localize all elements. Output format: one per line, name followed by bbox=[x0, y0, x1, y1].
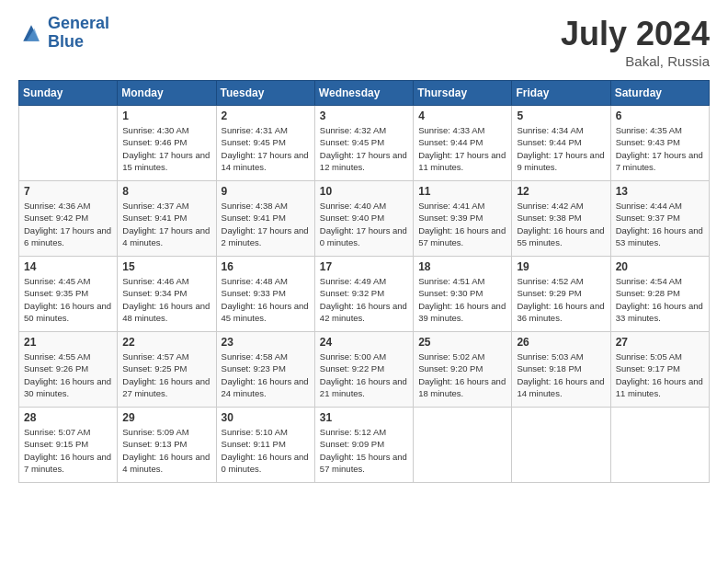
header: General Blue July 2024 Bakal, Russia bbox=[18, 15, 710, 69]
cell-sun-info: Sunrise: 4:37 AM Sunset: 9:41 PM Dayligh… bbox=[122, 200, 210, 248]
calendar-cell: 15Sunrise: 4:46 AM Sunset: 9:34 PM Dayli… bbox=[118, 257, 216, 332]
day-number: 5 bbox=[517, 109, 605, 122]
day-number: 7 bbox=[24, 185, 112, 198]
day-number: 22 bbox=[122, 336, 210, 349]
calendar-cell bbox=[610, 408, 709, 483]
cell-sun-info: Sunrise: 5:00 AM Sunset: 9:22 PM Dayligh… bbox=[320, 350, 408, 399]
calendar-cell: 28Sunrise: 5:07 AM Sunset: 9:15 PM Dayli… bbox=[19, 408, 118, 483]
calendar-cell: 27Sunrise: 5:05 AM Sunset: 9:17 PM Dayli… bbox=[610, 332, 709, 408]
day-number: 4 bbox=[418, 109, 506, 122]
calendar-cell: 20Sunrise: 4:54 AM Sunset: 9:28 PM Dayli… bbox=[610, 257, 709, 332]
calendar-cell: 29Sunrise: 5:09 AM Sunset: 9:13 PM Dayli… bbox=[118, 408, 216, 483]
calendar-cell: 30Sunrise: 5:10 AM Sunset: 9:11 PM Dayli… bbox=[216, 408, 314, 483]
week-row-0: 1Sunrise: 4:30 AM Sunset: 9:46 PM Daylig… bbox=[19, 106, 710, 181]
day-number: 2 bbox=[222, 109, 310, 122]
week-row-3: 21Sunrise: 4:55 AM Sunset: 9:26 PM Dayli… bbox=[19, 332, 710, 408]
logo-blue: Blue bbox=[48, 32, 84, 51]
day-header-tuesday: Tuesday bbox=[216, 81, 314, 106]
title-block: July 2024 Bakal, Russia bbox=[561, 15, 710, 69]
cell-sun-info: Sunrise: 4:49 AM Sunset: 9:32 PM Dayligh… bbox=[320, 275, 408, 324]
cell-sun-info: Sunrise: 4:57 AM Sunset: 9:25 PM Dayligh… bbox=[122, 350, 210, 399]
cell-sun-info: Sunrise: 5:03 AM Sunset: 9:18 PM Dayligh… bbox=[517, 350, 605, 399]
calendar-cell: 8Sunrise: 4:37 AM Sunset: 9:41 PM Daylig… bbox=[118, 181, 216, 257]
calendar-cell: 18Sunrise: 4:51 AM Sunset: 9:30 PM Dayli… bbox=[414, 257, 512, 332]
day-number: 15 bbox=[122, 260, 210, 273]
cell-sun-info: Sunrise: 4:31 AM Sunset: 9:45 PM Dayligh… bbox=[222, 124, 310, 173]
day-number: 11 bbox=[418, 185, 506, 198]
day-number: 12 bbox=[517, 185, 605, 198]
cell-sun-info: Sunrise: 4:34 AM Sunset: 9:44 PM Dayligh… bbox=[517, 124, 605, 173]
day-number: 24 bbox=[320, 336, 408, 349]
day-header-wednesday: Wednesday bbox=[314, 81, 413, 106]
day-number: 17 bbox=[320, 260, 408, 273]
cell-sun-info: Sunrise: 5:09 AM Sunset: 9:13 PM Dayligh… bbox=[122, 426, 210, 475]
cell-sun-info: Sunrise: 4:51 AM Sunset: 9:30 PM Dayligh… bbox=[418, 275, 506, 324]
calendar-cell: 16Sunrise: 4:48 AM Sunset: 9:33 PM Dayli… bbox=[216, 257, 314, 332]
day-header-monday: Monday bbox=[118, 81, 216, 106]
calendar-cell: 22Sunrise: 4:57 AM Sunset: 9:25 PM Dayli… bbox=[118, 332, 216, 408]
calendar-cell: 25Sunrise: 5:02 AM Sunset: 9:20 PM Dayli… bbox=[414, 332, 512, 408]
calendar-cell: 5Sunrise: 4:34 AM Sunset: 9:44 PM Daylig… bbox=[512, 106, 610, 181]
calendar-cell: 24Sunrise: 5:00 AM Sunset: 9:22 PM Dayli… bbox=[314, 332, 413, 408]
day-number: 18 bbox=[418, 260, 506, 273]
header-row: SundayMondayTuesdayWednesdayThursdayFrid… bbox=[19, 81, 710, 106]
calendar-cell: 14Sunrise: 4:45 AM Sunset: 9:35 PM Dayli… bbox=[19, 257, 118, 332]
month-title: July 2024 bbox=[561, 15, 710, 53]
calendar-cell: 2Sunrise: 4:31 AM Sunset: 9:45 PM Daylig… bbox=[216, 106, 314, 181]
day-number: 31 bbox=[320, 411, 408, 424]
calendar-cell: 12Sunrise: 4:42 AM Sunset: 9:38 PM Dayli… bbox=[512, 181, 610, 257]
cell-sun-info: Sunrise: 4:58 AM Sunset: 9:23 PM Dayligh… bbox=[222, 350, 310, 399]
cell-sun-info: Sunrise: 4:55 AM Sunset: 9:26 PM Dayligh… bbox=[24, 350, 112, 399]
day-header-thursday: Thursday bbox=[414, 81, 512, 106]
calendar-cell: 21Sunrise: 4:55 AM Sunset: 9:26 PM Dayli… bbox=[19, 332, 118, 408]
day-number: 30 bbox=[222, 411, 310, 424]
logo: General Blue bbox=[18, 15, 109, 52]
day-number: 10 bbox=[320, 185, 408, 198]
logo-icon bbox=[18, 20, 44, 46]
day-header-sunday: Sunday bbox=[19, 81, 118, 106]
day-number: 23 bbox=[222, 336, 310, 349]
day-header-friday: Friday bbox=[512, 81, 610, 106]
calendar-cell: 17Sunrise: 4:49 AM Sunset: 9:32 PM Dayli… bbox=[314, 257, 413, 332]
cell-sun-info: Sunrise: 4:46 AM Sunset: 9:34 PM Dayligh… bbox=[122, 275, 210, 324]
calendar-cell: 26Sunrise: 5:03 AM Sunset: 9:18 PM Dayli… bbox=[512, 332, 610, 408]
cell-sun-info: Sunrise: 4:48 AM Sunset: 9:33 PM Dayligh… bbox=[222, 275, 310, 324]
page: General Blue July 2024 Bakal, Russia Sun… bbox=[0, 0, 728, 563]
calendar-cell: 19Sunrise: 4:52 AM Sunset: 9:29 PM Dayli… bbox=[512, 257, 610, 332]
cell-sun-info: Sunrise: 5:10 AM Sunset: 9:11 PM Dayligh… bbox=[222, 426, 310, 475]
calendar-cell: 31Sunrise: 5:12 AM Sunset: 9:09 PM Dayli… bbox=[314, 408, 413, 483]
calendar-cell bbox=[19, 106, 118, 181]
cell-sun-info: Sunrise: 4:45 AM Sunset: 9:35 PM Dayligh… bbox=[24, 275, 112, 324]
cell-sun-info: Sunrise: 4:35 AM Sunset: 9:43 PM Dayligh… bbox=[616, 124, 704, 173]
week-row-2: 14Sunrise: 4:45 AM Sunset: 9:35 PM Dayli… bbox=[19, 257, 710, 332]
calendar-cell: 1Sunrise: 4:30 AM Sunset: 9:46 PM Daylig… bbox=[118, 106, 216, 181]
calendar-cell bbox=[512, 408, 610, 483]
cell-sun-info: Sunrise: 5:02 AM Sunset: 9:20 PM Dayligh… bbox=[418, 350, 506, 399]
calendar-cell: 6Sunrise: 4:35 AM Sunset: 9:43 PM Daylig… bbox=[610, 106, 709, 181]
day-number: 16 bbox=[222, 260, 310, 273]
cell-sun-info: Sunrise: 4:33 AM Sunset: 9:44 PM Dayligh… bbox=[418, 124, 506, 173]
location-title: Bakal, Russia bbox=[561, 53, 710, 69]
cell-sun-info: Sunrise: 4:36 AM Sunset: 9:42 PM Dayligh… bbox=[24, 200, 112, 248]
day-number: 28 bbox=[24, 411, 112, 424]
cell-sun-info: Sunrise: 4:40 AM Sunset: 9:40 PM Dayligh… bbox=[320, 200, 408, 248]
cell-sun-info: Sunrise: 4:42 AM Sunset: 9:38 PM Dayligh… bbox=[517, 200, 605, 248]
cell-sun-info: Sunrise: 5:05 AM Sunset: 9:17 PM Dayligh… bbox=[616, 350, 704, 399]
calendar-cell: 10Sunrise: 4:40 AM Sunset: 9:40 PM Dayli… bbox=[314, 181, 413, 257]
calendar-cell bbox=[414, 408, 512, 483]
logo-general: General bbox=[48, 14, 109, 32]
cell-sun-info: Sunrise: 4:52 AM Sunset: 9:29 PM Dayligh… bbox=[517, 275, 605, 324]
day-header-saturday: Saturday bbox=[610, 81, 709, 106]
cell-sun-info: Sunrise: 4:54 AM Sunset: 9:28 PM Dayligh… bbox=[616, 275, 704, 324]
day-number: 29 bbox=[122, 411, 210, 424]
calendar-cell: 9Sunrise: 4:38 AM Sunset: 9:41 PM Daylig… bbox=[216, 181, 314, 257]
cell-sun-info: Sunrise: 4:30 AM Sunset: 9:46 PM Dayligh… bbox=[122, 124, 210, 173]
day-number: 14 bbox=[24, 260, 112, 273]
day-number: 6 bbox=[616, 109, 704, 122]
cell-sun-info: Sunrise: 4:38 AM Sunset: 9:41 PM Dayligh… bbox=[222, 200, 310, 248]
calendar-cell: 7Sunrise: 4:36 AM Sunset: 9:42 PM Daylig… bbox=[19, 181, 118, 257]
week-row-1: 7Sunrise: 4:36 AM Sunset: 9:42 PM Daylig… bbox=[19, 181, 710, 257]
day-number: 27 bbox=[616, 336, 704, 349]
cell-sun-info: Sunrise: 4:32 AM Sunset: 9:45 PM Dayligh… bbox=[320, 124, 408, 173]
day-number: 20 bbox=[616, 260, 704, 273]
